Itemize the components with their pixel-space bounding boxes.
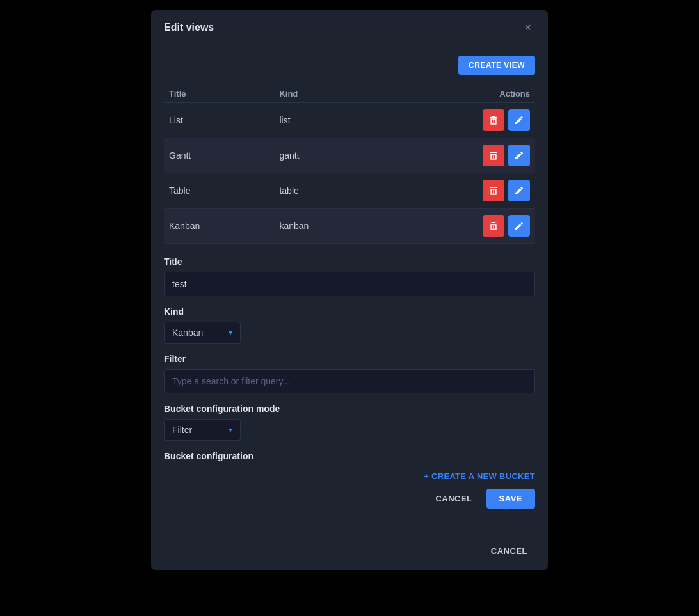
- cancel-inline-button[interactable]: CANCEL: [428, 489, 479, 509]
- edit-button[interactable]: [508, 109, 530, 131]
- create-view-button[interactable]: CREATE VIEW: [458, 56, 535, 75]
- action-buttons: [386, 180, 530, 201]
- action-buttons: [386, 215, 530, 237]
- row-title: Kanban: [164, 209, 274, 244]
- filter-section: Filter: [164, 354, 535, 393]
- row-kind: kanban: [274, 209, 380, 244]
- bucket-row: + CREATE A NEW BUCKET: [164, 471, 535, 481]
- bucket-config-label: Bucket configuration: [164, 451, 535, 461]
- title-section: Title: [164, 257, 535, 296]
- kind-select[interactable]: Kanban ▾: [164, 322, 241, 344]
- row-actions: [381, 103, 535, 138]
- action-buttons: [386, 145, 530, 166]
- table-row: Listlist: [164, 103, 535, 138]
- title-label: Title: [164, 257, 535, 267]
- modal-overlay: Edit views × CREATE VIEW Title Kind Acti…: [0, 0, 699, 616]
- col-actions: Actions: [381, 85, 535, 103]
- modal-title: Edit views: [164, 22, 214, 33]
- create-bucket-button[interactable]: + CREATE A NEW BUCKET: [424, 471, 535, 481]
- col-title: Title: [164, 85, 274, 103]
- table-header-row: Title Kind Actions: [164, 85, 535, 103]
- kind-select-value: Kanban: [172, 328, 223, 338]
- row-kind: table: [274, 173, 380, 209]
- bucket-mode-section: Bucket configuration mode Filter ▾: [164, 404, 535, 441]
- edit-button[interactable]: [508, 145, 530, 166]
- row-kind: gantt: [274, 138, 380, 173]
- cancel-footer-button[interactable]: CANCEL: [483, 541, 535, 561]
- table-head: Title Kind Actions: [164, 85, 535, 103]
- row-actions: [381, 173, 535, 209]
- chevron-down-icon-2: ▾: [229, 425, 232, 434]
- col-kind: Kind: [274, 85, 380, 103]
- delete-button[interactable]: [483, 215, 504, 237]
- table-body: ListlistGanttganttTabletableKanbankanban: [164, 103, 535, 244]
- action-buttons: [386, 109, 530, 131]
- chevron-down-icon: ▾: [229, 328, 232, 337]
- modal-header: Edit views ×: [151, 10, 548, 45]
- edit-views-modal: Edit views × CREATE VIEW Title Kind Acti…: [151, 10, 548, 570]
- row-title: Table: [164, 173, 274, 209]
- modal-body: CREATE VIEW Title Kind Actions ListlistG…: [151, 45, 548, 532]
- edit-button[interactable]: [508, 180, 530, 201]
- row-title: Gantt: [164, 138, 274, 173]
- row-actions: [381, 138, 535, 173]
- bucket-config-section: Bucket configuration: [164, 451, 535, 461]
- kind-label: Kind: [164, 306, 535, 317]
- filter-input[interactable]: [164, 369, 535, 393]
- bucket-mode-label: Bucket configuration mode: [164, 404, 535, 414]
- delete-button[interactable]: [483, 145, 504, 166]
- table-row: Tabletable: [164, 173, 535, 209]
- row-title: List: [164, 103, 274, 138]
- table-row: Kanbankanban: [164, 209, 535, 244]
- delete-button[interactable]: [483, 180, 504, 201]
- form-actions: CANCEL SAVE: [164, 489, 535, 509]
- bucket-mode-value: Filter: [172, 425, 223, 435]
- save-button[interactable]: SAVE: [486, 489, 535, 509]
- row-kind: list: [274, 103, 380, 138]
- kind-section: Kind Kanban ▾: [164, 306, 535, 344]
- close-button[interactable]: ×: [520, 20, 535, 35]
- modal-footer: CANCEL: [151, 532, 548, 570]
- table-row: Ganttgantt: [164, 138, 535, 173]
- create-view-row: CREATE VIEW: [164, 56, 535, 75]
- filter-label: Filter: [164, 354, 535, 364]
- edit-button[interactable]: [508, 215, 530, 237]
- views-table: Title Kind Actions ListlistGanttganttTab…: [164, 85, 535, 244]
- bucket-mode-select[interactable]: Filter ▾: [164, 419, 241, 441]
- row-actions: [381, 209, 535, 244]
- title-input[interactable]: [164, 272, 535, 296]
- delete-button[interactable]: [483, 109, 504, 131]
